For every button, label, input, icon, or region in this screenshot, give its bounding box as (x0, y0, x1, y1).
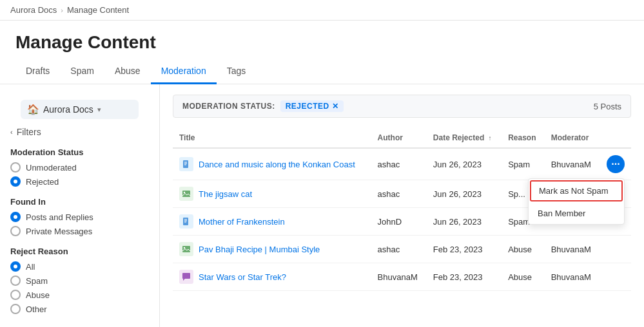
tab-drafts[interactable]: Drafts (15, 59, 60, 84)
col-author: Author (371, 128, 427, 148)
svg-rect-4 (182, 191, 190, 197)
post-type-icon (179, 157, 193, 171)
posts-count: 5 Posts (594, 102, 621, 111)
cell-author: ashac (371, 148, 427, 180)
post-type-icon (179, 187, 193, 201)
radio-label-private-messages: Private Messages (26, 227, 92, 236)
radio-reason-abuse[interactable]: Abuse (10, 290, 149, 300)
radio-circle-reason-spam (10, 276, 21, 286)
content-area: MODERATION STATUS: REJECTED ✕ 5 Posts Ti… (160, 84, 644, 327)
breadcrumb: Aurora Docs › Manage Content (0, 0, 644, 21)
cell-actions (600, 263, 631, 291)
radio-label-reason-all: All (26, 262, 35, 272)
filters-label: Filters (17, 127, 41, 137)
cell-title: Dance and music along the Konkan Coast (173, 148, 371, 180)
radio-circle-private-messages (10, 226, 21, 236)
radio-label-rejected: Rejected (26, 177, 59, 187)
svg-point-5 (184, 192, 185, 193)
post-title[interactable]: The jigsaw cat (199, 189, 252, 199)
cell-date: Jun 26, 2023 (427, 148, 502, 180)
cell-date: Jun 26, 2023 (427, 208, 502, 236)
col-date-rejected[interactable]: Date Rejected ↑ (427, 128, 502, 148)
radio-circle-rejected (10, 176, 21, 187)
main-layout: 🏠 Aurora Docs ▾ ‹ Filters Moderation Sta… (0, 84, 644, 327)
tab-tags[interactable]: Tags (217, 59, 257, 84)
tab-abuse[interactable]: Abuse (104, 59, 151, 84)
row-actions-button[interactable]: ··· (607, 155, 625, 173)
radio-label-unmoderated: Unmoderated (26, 163, 77, 173)
radio-circle-reason-all (10, 261, 21, 272)
col-actions (600, 128, 631, 148)
filters-toggle[interactable]: ‹ Filters (10, 127, 149, 137)
site-selector[interactable]: 🏠 Aurora Docs ▾ (21, 100, 139, 119)
row-actions-dropdown: Mark as Not Spam Ban Member (528, 178, 625, 225)
mark-not-spam-item[interactable]: Mark as Not Spam (530, 180, 623, 201)
cell-author: ashac (371, 180, 427, 208)
breadcrumb-separator: › (61, 6, 63, 14)
cell-title: Pav Bhaji Recipe | Mumbai Style (173, 236, 371, 263)
cell-moderator: BhuvanaM (545, 148, 600, 180)
radio-circle-posts-replies (10, 212, 21, 222)
sidebar: 🏠 Aurora Docs ▾ ‹ Filters Moderation Sta… (0, 84, 160, 327)
col-reason: Reason (502, 128, 545, 148)
tabs-bar: Drafts Spam Abuse Moderation Tags (0, 59, 644, 84)
cell-author: JohnD (371, 208, 427, 236)
filter-bar: MODERATION STATUS: REJECTED ✕ 5 Posts (173, 95, 631, 118)
site-selector-wrapper: 🏠 Aurora Docs ▾ (10, 95, 149, 127)
breadcrumb-root[interactable]: Aurora Docs (10, 5, 57, 15)
post-title[interactable]: Star Wars or Star Trek? (199, 272, 286, 282)
tab-spam[interactable]: Spam (60, 59, 104, 84)
tab-moderation[interactable]: Moderation (151, 59, 217, 84)
cell-actions: ··· Mark as Not Spam Ban Member (600, 148, 631, 180)
filter-tag-label: REJECTED (286, 102, 329, 111)
radio-label-posts-replies: Posts and Replies (26, 212, 93, 222)
filter-remove-button[interactable]: ✕ (332, 102, 339, 111)
site-name: Aurora Docs (43, 104, 93, 115)
post-title[interactable]: Dance and music along the Konkan Coast (199, 160, 355, 169)
radio-reason-other[interactable]: Other (10, 304, 149, 314)
found-in-title: Found In (10, 197, 149, 207)
action-cell: ··· Mark as Not Spam Ban Member (607, 155, 625, 173)
svg-rect-0 (183, 160, 188, 168)
cell-moderator: BhuvanaM (545, 263, 600, 291)
home-icon: 🏠 (27, 104, 39, 115)
cell-title: Mother of Frankenstein (173, 208, 371, 236)
breadcrumb-current: Manage Content (67, 5, 129, 15)
cell-reason: Abuse (502, 236, 545, 263)
radio-reason-all[interactable]: All (10, 261, 149, 272)
col-moderator: Moderator (545, 128, 600, 148)
radio-reason-spam[interactable]: Spam (10, 276, 149, 286)
filter-section-moderation-status: Moderation Status Unmoderated Rejected (10, 147, 149, 187)
page-header: Manage Content (0, 21, 644, 59)
chevron-left-icon: ‹ (10, 128, 13, 136)
radio-posts-replies[interactable]: Posts and Replies (10, 212, 149, 222)
cell-date: Feb 23, 2023 (427, 263, 502, 291)
ban-member-item[interactable]: Ban Member (529, 203, 624, 224)
filter-tag-pill: REJECTED ✕ (280, 100, 344, 112)
cell-title: Star Wars or Star Trek? (173, 263, 371, 291)
post-title[interactable]: Pav Bhaji Recipe | Mumbai Style (199, 245, 320, 254)
radio-circle-unmoderated (10, 162, 21, 173)
post-type-icon (179, 270, 193, 284)
post-title[interactable]: Mother of Frankenstein (199, 217, 285, 227)
radio-unmoderated[interactable]: Unmoderated (10, 162, 149, 173)
chevron-down-icon: ▾ (97, 106, 101, 114)
post-type-icon (179, 242, 193, 256)
radio-circle-reason-other (10, 304, 21, 314)
cell-actions (600, 236, 631, 263)
filter-tag: MODERATION STATUS: REJECTED ✕ (182, 100, 344, 112)
radio-private-messages[interactable]: Private Messages (10, 226, 149, 236)
table-row: Dance and music along the Konkan Coast a… (173, 148, 631, 180)
cell-reason: Spam (502, 148, 545, 180)
radio-rejected[interactable]: Rejected (10, 176, 149, 187)
filter-section-found-in: Found In Posts and Replies Private Messa… (10, 197, 149, 236)
table-header-row: Title Author Date Rejected ↑ Reason Mode… (173, 128, 631, 148)
page-title: Manage Content (15, 32, 629, 53)
radio-label-reason-abuse: Abuse (26, 290, 50, 300)
svg-point-11 (184, 247, 185, 248)
cell-date: Jun 26, 2023 (427, 180, 502, 208)
cell-date: Feb 23, 2023 (427, 236, 502, 263)
cell-author: BhuvanaM (371, 263, 427, 291)
cell-moderator: BhuvanaM (545, 236, 600, 263)
cell-reason: Abuse (502, 263, 545, 291)
